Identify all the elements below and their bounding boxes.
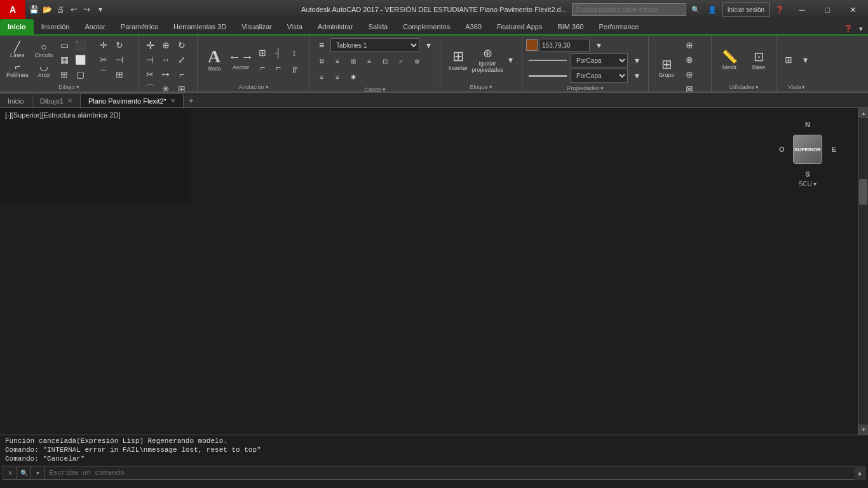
mod-copy-btn[interactable]: ⊕ xyxy=(158,38,173,52)
circulo-button[interactable]: ○ Círculo xyxy=(32,41,56,60)
tab-herramientas3d[interactable]: Herramientas 3D xyxy=(166,19,234,34)
app-logo[interactable]: A xyxy=(0,0,25,19)
tab-anotar[interactable]: Anotar xyxy=(77,19,112,34)
layer-btn6[interactable]: ✓ xyxy=(393,54,409,68)
scu-label[interactable]: SCU ▾ xyxy=(779,180,836,187)
mod-mirror-btn[interactable]: ⊣ xyxy=(142,53,158,67)
mod-break-btn[interactable]: ⌐ xyxy=(174,67,189,81)
medir-button[interactable]: 📏 Medir xyxy=(715,41,743,79)
ann-btn5[interactable]: ⌐ xyxy=(271,60,286,74)
base-button[interactable]: ⊡ Base xyxy=(745,41,773,79)
mod-rotate-btn[interactable]: ↻ xyxy=(174,38,189,52)
acotar-button[interactable]: ←→ Acotar xyxy=(228,41,254,79)
tab-featured-apps[interactable]: Featured Apps xyxy=(489,19,550,34)
move-btn[interactable]: ✛ xyxy=(96,38,111,52)
tab-parametrico[interactable]: Paramétrico xyxy=(113,19,166,34)
redo-button[interactable]: ↪ xyxy=(81,4,93,15)
wipeout-btn[interactable]: ▢ xyxy=(72,67,88,81)
layer-btn1[interactable]: ⚙ xyxy=(314,54,329,68)
layer-btn10[interactable]: ✱ xyxy=(346,70,361,84)
close-button[interactable]: ✕ xyxy=(840,0,865,19)
mirror-btn[interactable]: ⊣ xyxy=(112,53,127,67)
bloque-dropdown[interactable]: ▾ xyxy=(503,53,518,67)
layer-btn3[interactable]: ⊞ xyxy=(346,54,361,68)
tab-complementos[interactable]: Complementos xyxy=(395,19,458,34)
linetype2-dropdown-btn[interactable]: ▾ xyxy=(629,69,644,83)
doc-tab-inicio[interactable]: Inicio xyxy=(0,93,32,107)
layer-selector[interactable]: Tablones 1 xyxy=(330,38,419,52)
mod-move-btn[interactable]: ✛ xyxy=(142,38,158,52)
layer-btn7[interactable]: ⊕ xyxy=(409,54,424,68)
mod-stretch-btn[interactable]: ↔ xyxy=(158,53,173,67)
tab-insercion[interactable]: Inserción xyxy=(34,19,78,34)
tab-bim360[interactable]: BIM 360 xyxy=(550,19,591,34)
cmd-close-btn[interactable]: ✕ xyxy=(3,466,17,480)
tab-vista[interactable]: Vista xyxy=(280,19,310,34)
open-button[interactable]: 📂 xyxy=(41,4,53,15)
scroll-track[interactable] xyxy=(858,118,868,424)
igualar-propiedades-button[interactable]: ⊛ Igualar propiedades xyxy=(473,41,501,79)
drawing-canvas[interactable]: Y X xyxy=(0,108,191,203)
mod-extend-btn[interactable]: ↦ xyxy=(158,67,173,81)
layer-btn4[interactable]: ≡ xyxy=(362,54,377,68)
mod-array-btn[interactable]: ⊞ xyxy=(174,82,189,93)
linetype1-selector[interactable]: PorCapa xyxy=(571,53,628,67)
navigation-cube[interactable]: N S E O SUPERIOR SCU ▾ xyxy=(779,121,836,197)
doc-tab-dibujo1[interactable]: Dibujo1 ✕ xyxy=(32,93,81,107)
gradient-btn[interactable]: ▦ xyxy=(57,53,72,67)
cmd-history-btn[interactable]: 🔍 xyxy=(17,466,31,480)
layer-dropdown-btn[interactable]: ▾ xyxy=(421,38,436,52)
color-swatch[interactable] xyxy=(526,39,538,51)
rectangle-btn[interactable]: ▭ xyxy=(57,38,72,52)
color-value-input[interactable] xyxy=(539,39,590,51)
layer-icon[interactable]: ≡ xyxy=(314,38,329,52)
viewport-container[interactable]: [-][Superior][Estructura alámbrica 2D] Y… xyxy=(0,108,868,435)
tab-inicio[interactable]: Inicio xyxy=(0,19,34,34)
grupo-btn2[interactable]: ⊗ xyxy=(682,53,697,67)
view-cube[interactable]: SUPERIOR xyxy=(793,135,822,164)
cmd-menu-btn[interactable]: ▾ xyxy=(31,466,45,480)
tab-administrar[interactable]: Administrar xyxy=(310,19,361,34)
trim-btn[interactable]: ✂ xyxy=(96,53,111,67)
command-input[interactable] xyxy=(45,469,855,477)
signin-button[interactable]: Iniciar sesión xyxy=(722,3,770,17)
grupo-btn4[interactable]: ⊠ xyxy=(682,82,697,93)
user-icon[interactable]: 👤 xyxy=(705,4,719,15)
close-dibujo1[interactable]: ✕ xyxy=(67,97,72,104)
vista-dropdown-btn[interactable]: ▾ xyxy=(797,53,813,67)
tab-performance[interactable]: Performance xyxy=(591,19,646,34)
scroll-up-btn[interactable]: ▲ xyxy=(858,108,868,118)
linea-button[interactable]: ╱ Línea xyxy=(4,41,31,60)
utilidades-group-label[interactable]: Utilidades▾ xyxy=(715,83,773,92)
help-icon[interactable]: ❓ xyxy=(773,4,787,15)
ann-btn4[interactable]: ⌐ xyxy=(255,60,270,74)
layer-btn2[interactable]: ≡ xyxy=(330,54,345,68)
linetype1-dropdown-btn[interactable]: ▾ xyxy=(629,53,644,67)
tab-visualizar[interactable]: Visualizar xyxy=(234,19,280,34)
grupo-btn3[interactable]: ⊛ xyxy=(682,67,697,81)
mod-explode-btn[interactable]: ✳ xyxy=(158,82,173,93)
arco-button[interactable]: ◡ Arco xyxy=(32,60,56,79)
mod-scale-btn[interactable]: ⤢ xyxy=(174,53,189,67)
region-btn[interactable]: ⊞ xyxy=(57,67,72,81)
insertar-button[interactable]: ⊞ Insertar xyxy=(444,41,472,79)
doc-tab-add-button[interactable]: + xyxy=(184,93,199,107)
vista-btn1[interactable]: ⊞ xyxy=(781,53,796,67)
boundary-btn[interactable]: ⬜ xyxy=(72,53,88,67)
tab-a360[interactable]: A360 xyxy=(458,19,489,34)
undo-button[interactable]: ↩ xyxy=(68,4,79,15)
print-button[interactable]: 🖨 xyxy=(55,4,66,15)
texto-button[interactable]: A Texto xyxy=(201,41,227,79)
cmd-scroll-btn[interactable]: ▲ xyxy=(855,466,865,480)
ann-btn3[interactable]: ↕ xyxy=(287,46,302,60)
grupo-button[interactable]: ⊞ Grupo xyxy=(653,48,681,86)
tab-salida[interactable]: Salida xyxy=(361,19,396,34)
color-dropdown-btn[interactable]: ▾ xyxy=(591,38,606,52)
scroll-thumb[interactable] xyxy=(859,179,867,205)
vertical-scrollbar[interactable]: ▲ ▼ xyxy=(858,108,868,435)
bloque-group-label[interactable]: Bloque▾ xyxy=(444,83,518,92)
ribbon-help-btn[interactable]: ❓ xyxy=(841,24,855,34)
layer-btn9[interactable]: ≡ xyxy=(330,70,345,84)
search-icon[interactable]: 🔍 xyxy=(689,4,703,15)
ann-btn2[interactable]: ┤ xyxy=(271,46,286,60)
